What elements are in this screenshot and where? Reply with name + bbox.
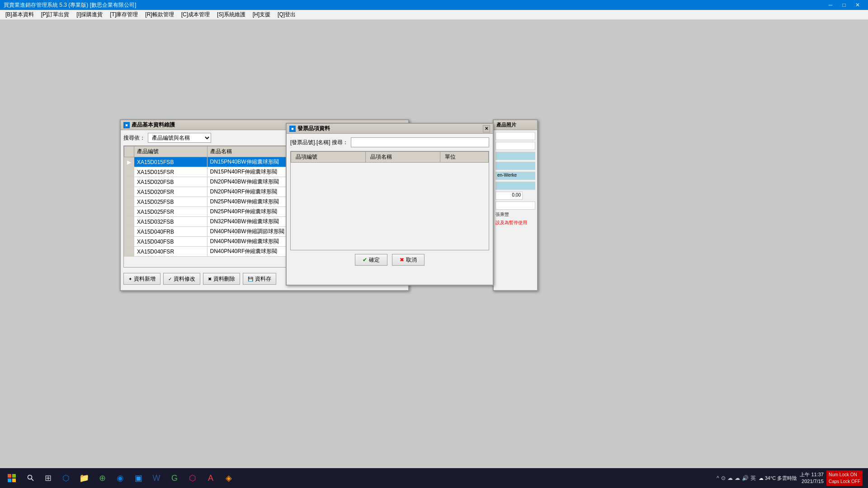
product-code: XA15D020FSB	[134, 177, 208, 187]
svg-point-0	[28, 475, 32, 479]
row-indicator	[124, 197, 134, 207]
right-field-4	[495, 162, 535, 170]
product-window-icon: ■	[123, 122, 130, 128]
numlock-indicator: Num Lock ON Caps Lock OFF	[826, 470, 863, 486]
taskbar-app8-icon[interactable]: ⬡	[184, 468, 201, 488]
confirm-label: 確定	[369, 256, 380, 264]
col-code: 產品編號	[134, 146, 208, 157]
right-days	[495, 202, 535, 210]
tray-cloud2-icon[interactable]: ☁	[735, 475, 740, 481]
row-indicator	[124, 187, 134, 197]
invoice-search-row: [發票品號].[名稱] 搜尋：	[290, 137, 489, 147]
app-title-bar: 買賣業進銷存管理系統 5.3 (專業版) [數思企業有限公司] ─ □ ✕	[0, 0, 868, 10]
invoice-button-row: ✔ 確定 ✖ 取消	[290, 250, 489, 266]
numlock-status: Num Lock ON	[829, 471, 860, 478]
invoice-close-button[interactable]: ✕	[483, 125, 490, 132]
taskbar-chrome-icon[interactable]: ⊕	[94, 468, 110, 488]
menu-help[interactable]: [H]支援	[249, 10, 274, 19]
taskbar-app7-icon[interactable]: G	[166, 468, 183, 488]
taskbar-word-icon[interactable]: W	[148, 468, 165, 488]
right-manager: 張乘豐	[495, 211, 535, 218]
task-view-button[interactable]: ⊞	[40, 468, 56, 488]
save-button[interactable]: 💾 資料存	[243, 273, 276, 285]
invoice-cancel-button[interactable]: ✖ 取消	[392, 254, 425, 266]
start-button[interactable]	[2, 468, 22, 488]
invoice-window: ■ 發票品項資料 ✕ [發票品號].[名稱] 搜尋： 品項編號 品項名稱 單位	[286, 123, 494, 286]
tray-lang-icon[interactable]: 英	[750, 474, 756, 482]
invoice-content: [發票品號].[名稱] 搜尋： 品項編號 品項名稱 單位	[287, 134, 493, 269]
clock-time: 上午 11:37	[800, 471, 824, 478]
taskbar: ⊞ ⬡ 📁 ⊕ ◉ ▣ W G ⬡ A ◈ ^ ⊙ ☁ ☁ 🔊 英 ☁ 34°C…	[0, 468, 868, 488]
product-window-title: 產品基本資料維護	[132, 121, 175, 129]
add-button[interactable]: ✦ 資料新增	[123, 273, 160, 285]
search-select[interactable]: 產品編號與名稱	[148, 133, 211, 143]
invoice-search-label: [發票品號].[名稱] 搜尋：	[290, 139, 348, 146]
tray-network-icon[interactable]: ⊙	[721, 475, 726, 481]
close-button[interactable]: ✕	[851, 0, 864, 9]
invoice-confirm-button[interactable]: ✔ 確定	[355, 254, 387, 266]
edit-button[interactable]: ✓ 資料修改	[163, 273, 200, 285]
product-code: XA15D032FSB	[134, 217, 208, 227]
product-code: XA15D015FSR	[134, 167, 208, 177]
right-panel: 產品照片 en-Werke 0.00 張乘豐 設及為暫停使用	[493, 119, 538, 291]
inv-col-name: 品項名稱	[365, 152, 440, 163]
window-controls: ─ □ ✕	[824, 0, 864, 9]
cancel-label: 取消	[406, 256, 417, 264]
menu-procurement[interactable]: [I]採購進貨	[73, 10, 106, 19]
menu-basic[interactable]: [B]基本資料	[2, 10, 38, 19]
invoice-search-input[interactable]	[351, 137, 489, 147]
taskbar-ie-icon[interactable]: ⬡	[58, 468, 74, 488]
taskbar-acrobat-icon[interactable]: A	[203, 468, 219, 488]
weather-text: ☁ 34°C 多雲時陰	[759, 475, 797, 482]
product-code: XA15D040FSB	[134, 237, 208, 247]
delete-button[interactable]: ✖ 資料刪除	[203, 273, 240, 285]
row-indicator	[124, 247, 134, 257]
inv-col-code: 品項編號	[291, 152, 366, 163]
row-indicator	[124, 217, 134, 227]
menu-logout[interactable]: [Q]登出	[274, 10, 299, 19]
tray-arrow-icon[interactable]: ^	[717, 475, 719, 481]
taskbar-app5-icon[interactable]: ▣	[130, 468, 146, 488]
product-code: XA15D015FSB	[134, 157, 208, 167]
delete-label: 資料刪除	[213, 275, 235, 283]
menu-ar[interactable]: [R]帳款管理	[142, 10, 177, 19]
save-icon: 💾	[248, 277, 253, 282]
cancel-icon: ✖	[400, 257, 404, 263]
invoice-table: 品項編號 品項名稱 單位	[291, 151, 489, 163]
delete-icon: ✖	[208, 277, 212, 282]
taskbar-edge-icon[interactable]: ◉	[112, 468, 128, 488]
add-label: 資料新增	[134, 275, 156, 283]
invoice-window-title: 發票品項資料	[297, 125, 330, 132]
menu-bar: [B]基本資料 [P]訂單出貨 [I]採購進貨 [T]庫存管理 [R]帳款管理 …	[0, 10, 868, 20]
invoice-table-container: 品項編號 品項名稱 單位	[290, 151, 489, 250]
minimize-button[interactable]: ─	[824, 0, 837, 9]
row-indicator: ▶	[124, 157, 134, 167]
right-field-1	[495, 132, 535, 140]
right-panel-titlebar: 產品照片	[494, 120, 537, 130]
confirm-icon: ✔	[363, 257, 367, 263]
menu-cost[interactable]: [C]成本管理	[178, 10, 213, 19]
taskbar-folder-icon[interactable]: 📁	[76, 468, 92, 488]
menu-order[interactable]: [P]訂單出貨	[38, 10, 73, 19]
search-button[interactable]	[24, 468, 38, 488]
right-field-5	[495, 182, 535, 190]
indicator-col-header	[124, 146, 134, 157]
right-panel-content: en-Werke 0.00 張乘豐 設及為暫停使用	[494, 130, 537, 228]
product-code: XA15D040FRB	[134, 227, 208, 237]
tray-right: ☁ 34°C 多雲時陰 上午 11:37 2021/7/15 Num Lock …	[759, 470, 863, 486]
edit-icon: ✓	[168, 277, 172, 282]
tray-icons: ^ ⊙ ☁ ☁ 🔊 英	[717, 474, 756, 482]
capslock-status: Caps Lock OFF	[829, 478, 860, 485]
svg-line-1	[32, 479, 34, 481]
taskbar-app10-icon[interactable]: ◈	[221, 468, 237, 488]
clock-date: 2021/7/15	[800, 478, 824, 485]
menu-system[interactable]: [S]系統維護	[213, 10, 249, 19]
row-indicator	[124, 207, 134, 217]
tray-cloud-icon[interactable]: ☁	[727, 475, 733, 481]
menu-inventory[interactable]: [T]庫存管理	[106, 10, 142, 19]
invoice-window-icon: ■	[289, 126, 296, 132]
right-supplier: en-Werke	[495, 172, 535, 180]
invoice-window-titlebar: ■ 發票品項資料 ✕	[287, 124, 493, 134]
maximize-button[interactable]: □	[837, 0, 851, 9]
tray-volume-icon[interactable]: 🔊	[742, 475, 749, 481]
